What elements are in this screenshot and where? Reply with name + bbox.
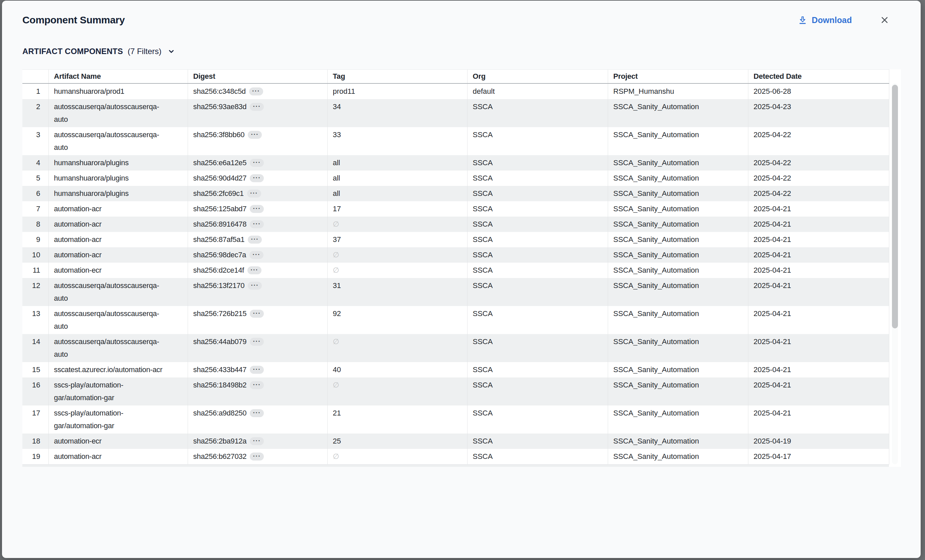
org-cell: SSCA — [467, 201, 608, 216]
project-cell: SSCA_Sanity_Automation — [608, 306, 748, 334]
tag-cell: ∅ — [327, 247, 467, 263]
detected-date-cell: 2025-04-21 — [748, 247, 889, 263]
row-number: 18 — [23, 434, 48, 449]
horizontal-scrollbar[interactable] — [23, 465, 889, 467]
digest-cell: sha256:2ba912a··· — [188, 434, 327, 449]
digest-cell: sha256:44ab079··· — [188, 334, 327, 362]
digest-expand-button[interactable]: ··· — [247, 266, 262, 274]
digest-expand-button[interactable]: ··· — [250, 381, 264, 389]
filters-count-label[interactable]: (7 Filters) — [128, 47, 161, 56]
artifact-name-cell: humanshuarora/plugins — [48, 171, 188, 186]
empty-tag-icon: ∅ — [333, 251, 339, 259]
digest-value: sha256:2ba912a — [193, 437, 247, 445]
project-cell: SSCA_Sanity_Automation — [608, 186, 748, 201]
tag-cell: ∅ — [327, 216, 467, 232]
project-cell: SSCA_Sanity_Automation — [608, 334, 748, 362]
row-number: 6 — [23, 186, 48, 201]
table-row: 15 sscatest.azurecr.io/automation-acr sh… — [23, 362, 889, 377]
digest-cell: sha256:2fc69c1··· — [188, 186, 327, 201]
artifact-name-cell: sscs-play/automation-gar/automation-gar — [48, 377, 188, 405]
artifact-name-cell: sscs-play/automation-gar/automation-gar — [48, 405, 188, 434]
digest-cell: sha256:18498b2··· — [188, 377, 327, 405]
artifact-name-cell: automation-acr — [48, 449, 188, 465]
org-cell: SSCA — [467, 263, 608, 278]
artifact-name-cell: autosscauserqa/autosscauserqa-auto — [48, 99, 188, 127]
digest-cell: sha256:b627032··· — [188, 449, 327, 465]
row-number: 1 — [23, 83, 48, 99]
detected-date-cell: 2025-04-21 — [748, 405, 889, 434]
digest-expand-button[interactable]: ··· — [250, 159, 264, 167]
column-header-project: Project — [608, 70, 748, 84]
row-number: 15 — [23, 362, 48, 377]
digest-value: sha256:90d4d27 — [193, 174, 247, 182]
digest-expand-button[interactable]: ··· — [250, 103, 264, 111]
digest-cell: sha256:c348c5d··· — [188, 83, 327, 99]
row-number: 2 — [23, 99, 48, 127]
column-header-org: Org — [467, 70, 608, 84]
project-cell: SSCA_Sanity_Automation — [608, 247, 748, 263]
digest-expand-button[interactable]: ··· — [250, 437, 264, 445]
vertical-scrollbar-track — [892, 83, 898, 464]
project-cell: SSCA_Sanity_Automation — [608, 232, 748, 247]
digest-cell: sha256:90d4d27··· — [188, 171, 327, 186]
table-row: 6 humanshuarora/plugins sha256:2fc69c1··… — [23, 186, 889, 201]
project-cell: RSPM_Humanshu — [608, 83, 748, 99]
close-button[interactable] — [878, 14, 891, 27]
project-cell: SSCA_Sanity_Automation — [608, 278, 748, 306]
project-cell: SSCA_Sanity_Automation — [608, 263, 748, 278]
digest-expand-button[interactable]: ··· — [249, 251, 264, 259]
detected-date-cell: 2025-04-22 — [748, 171, 889, 186]
project-cell: SSCA_Sanity_Automation — [608, 201, 748, 216]
download-button[interactable]: Download — [796, 15, 854, 26]
org-cell: SSCA — [467, 278, 608, 306]
tag-cell: 21 — [327, 405, 467, 434]
row-number: 10 — [23, 247, 48, 263]
org-cell: default — [467, 83, 608, 99]
table-row: 18 automation-ecr sha256:2ba912a··· 25 S… — [23, 434, 889, 449]
detected-date-cell: 2025-04-21 — [748, 263, 889, 278]
org-cell: SSCA — [467, 306, 608, 334]
tag-cell: ∅ — [327, 377, 467, 405]
digest-expand-button[interactable]: ··· — [247, 189, 261, 198]
digest-expand-button[interactable]: ··· — [250, 174, 264, 182]
artifact-name-cell: autosscauserqa/autosscauserqa-auto — [48, 306, 188, 334]
row-number: 12 — [23, 278, 48, 306]
org-cell: SSCA — [467, 155, 608, 171]
digest-expand-button[interactable]: ··· — [250, 205, 264, 213]
digest-value: sha256:98dec7a — [193, 251, 246, 259]
digest-value: sha256:726b215 — [193, 309, 247, 318]
detected-date-cell: 2025-04-22 — [748, 186, 889, 201]
digest-expand-button[interactable]: ··· — [250, 453, 264, 461]
vertical-scrollbar-thumb[interactable] — [892, 85, 898, 329]
tag-cell: all — [327, 171, 467, 186]
artifact-name-cell: humanshuarora/plugins — [48, 186, 188, 201]
digest-expand-button[interactable]: ··· — [250, 366, 264, 374]
digest-expand-button[interactable]: ··· — [249, 87, 263, 95]
artifact-name-cell: sscatest.azurecr.io/automation-acr — [48, 362, 188, 377]
tag-cell: 17 — [327, 201, 467, 216]
digest-expand-button[interactable]: ··· — [250, 409, 264, 417]
chevron-down-icon — [167, 47, 175, 56]
digest-expand-button[interactable]: ··· — [248, 282, 262, 290]
digest-value: sha256:a9d8250 — [193, 409, 247, 417]
page-title: Component Summary — [23, 14, 125, 26]
table-row: 10 automation-acr sha256:98dec7a··· ∅ SS… — [23, 247, 889, 263]
digest-cell: sha256:8916478··· — [188, 216, 327, 232]
org-cell: SSCA — [467, 171, 608, 186]
digest-expand-button[interactable]: ··· — [248, 131, 262, 139]
section-collapse-toggle[interactable] — [167, 47, 175, 56]
digest-cell: sha256:3f8bb60··· — [188, 127, 327, 155]
org-cell: SSCA — [467, 362, 608, 377]
detected-date-cell: 2025-04-21 — [748, 306, 889, 334]
digest-expand-button[interactable]: ··· — [248, 236, 262, 244]
org-cell: SSCA — [467, 186, 608, 201]
digest-expand-button[interactable]: ··· — [250, 338, 264, 346]
row-number: 19 — [23, 449, 48, 465]
digest-value: sha256:44ab079 — [193, 338, 247, 346]
table-row: 8 automation-acr sha256:8916478··· ∅ SSC… — [23, 216, 889, 232]
digest-expand-button[interactable]: ··· — [250, 310, 264, 318]
component-summary-modal: Component Summary Download — [2, 1, 920, 558]
artifact-name-cell: automation-acr — [48, 201, 188, 216]
digest-expand-button[interactable]: ··· — [250, 220, 264, 228]
project-cell: SSCA_Sanity_Automation — [608, 449, 748, 465]
